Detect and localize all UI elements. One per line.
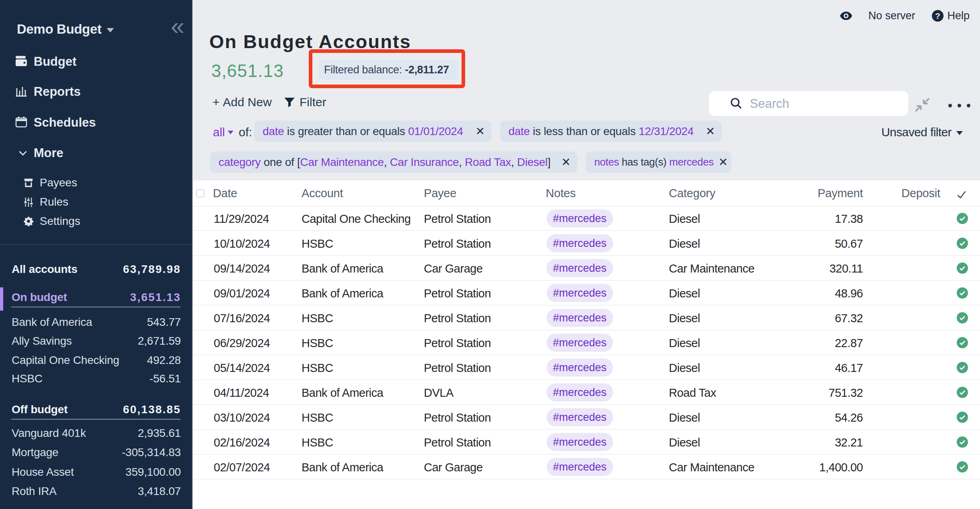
svg-text:?: ? <box>935 11 941 20</box>
